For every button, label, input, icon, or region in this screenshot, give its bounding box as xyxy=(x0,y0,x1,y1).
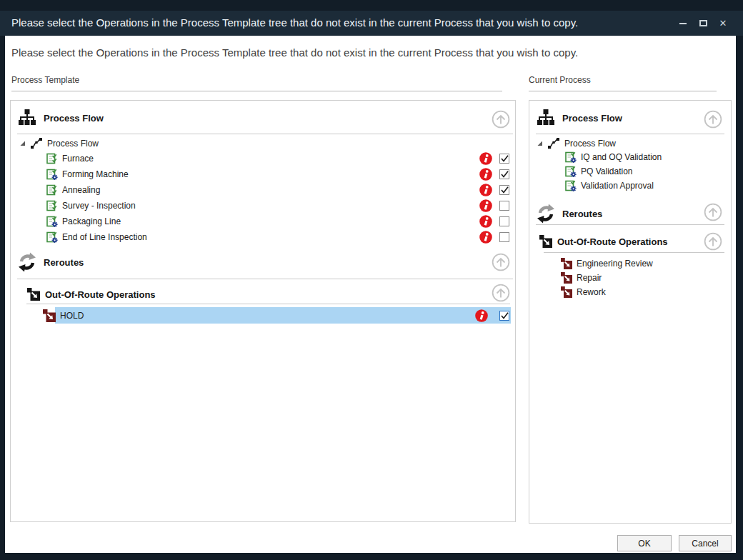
checkbox[interactable] xyxy=(499,216,509,226)
expander-triangle-icon[interactable] xyxy=(537,141,543,146)
tree-root-label: Process Flow xyxy=(560,139,616,149)
minimize-icon xyxy=(679,23,687,24)
section-divider xyxy=(26,304,510,304)
section-divider xyxy=(17,279,513,279)
out-of-route-icon xyxy=(27,288,40,301)
process-flow-section-header: Process Flow xyxy=(529,106,731,130)
out-of-route-icon xyxy=(539,235,552,248)
checkbox[interactable] xyxy=(499,154,509,164)
tree-item-label: HOLD xyxy=(56,311,84,321)
circle-up-arrow-icon[interactable] xyxy=(704,110,722,129)
checkbox[interactable] xyxy=(499,185,509,195)
info-icon[interactable] xyxy=(479,152,492,165)
process-template-label: Process Template xyxy=(11,75,79,85)
process-template-underline xyxy=(11,91,502,91)
process-template-panel: Process Flow Process Flow Furnace Formin… xyxy=(10,100,516,522)
operation-gear-icon xyxy=(565,151,577,163)
tree-root-label: Process Flow xyxy=(43,139,99,149)
operation-gear-icon xyxy=(565,180,577,191)
reroutes-icon xyxy=(535,203,557,224)
tree-item-furnace[interactable]: Furnace xyxy=(11,151,514,166)
tree-root-process-flow[interactable]: Process Flow xyxy=(529,136,729,151)
operation-gear-icon xyxy=(565,166,577,177)
tree-item-hold[interactable]: HOLD xyxy=(11,307,514,324)
maximize-button[interactable] xyxy=(693,13,713,34)
tree-item-engineering-review[interactable]: Engineering Review xyxy=(529,256,729,271)
ok-button[interactable]: OK xyxy=(617,535,672,551)
tree-item-survey-inspection[interactable]: Survey - Inspection xyxy=(11,198,514,214)
out-of-route-icon xyxy=(43,309,56,322)
tree-item-pq-validation[interactable]: PQ Validation xyxy=(529,164,729,179)
expander-triangle-icon[interactable] xyxy=(20,141,26,146)
tree-item-validation-approval[interactable]: Validation Approval xyxy=(529,179,729,193)
window-border-right xyxy=(736,36,743,560)
section-header-label: Process Flow xyxy=(562,113,622,124)
window-border-bottom xyxy=(0,553,743,560)
circle-up-arrow-icon[interactable] xyxy=(492,110,510,129)
info-icon[interactable] xyxy=(479,168,492,181)
window-title: Please select the Operations in the Proc… xyxy=(11,16,578,29)
tree-item-end-of-line-inspection[interactable]: End of Line Inspection xyxy=(11,229,514,245)
info-icon[interactable] xyxy=(479,184,492,196)
section-divider xyxy=(536,134,724,134)
info-icon[interactable] xyxy=(479,199,492,212)
tree-item-label: Packaging Line xyxy=(58,216,121,226)
checkbox[interactable] xyxy=(499,169,509,179)
reroutes-section-header: Reroutes xyxy=(529,202,731,225)
out-of-route-section-header: Out-Of-Route Operations xyxy=(529,232,731,251)
tree-item-label: Furnace xyxy=(58,154,94,164)
reroutes-section-header: Reroutes xyxy=(11,251,515,274)
out-of-route-section-header: Out-Of-Route Operations xyxy=(11,285,515,304)
process-flow-section-header: Process Flow xyxy=(11,106,515,130)
tree-item-label: Rework xyxy=(572,287,606,297)
circle-up-arrow-icon[interactable] xyxy=(492,253,510,271)
tree-item-label: Annealing xyxy=(58,185,100,195)
out-of-route-icon xyxy=(561,258,572,269)
tree-item-packaging-line[interactable]: Packaging Line xyxy=(11,214,514,229)
process-flow-icon xyxy=(536,108,556,128)
tree-root-process-flow[interactable]: Process Flow xyxy=(11,136,514,151)
tree-item-iq-oq-validation[interactable]: IQ and OQ Validation xyxy=(529,150,729,164)
current-process-underline xyxy=(529,91,717,91)
tree-item-label: End of Line Inspection xyxy=(58,232,147,242)
section-header-label: Reroutes xyxy=(44,257,84,268)
section-divider xyxy=(544,252,724,253)
tree-item-label: IQ and OQ Validation xyxy=(577,152,662,162)
section-divider xyxy=(536,224,724,225)
circle-up-arrow-icon[interactable] xyxy=(704,232,722,251)
operation-checklist-icon xyxy=(46,153,58,164)
info-icon[interactable] xyxy=(479,231,492,244)
info-icon[interactable] xyxy=(479,215,492,228)
titlebar[interactable]: Please select the Operations in the Proc… xyxy=(0,0,743,36)
section-header-label: Out-Of-Route Operations xyxy=(557,236,668,247)
dialog-instruction: Please select the Operations in the Proc… xyxy=(11,46,578,59)
section-header-label: Process Flow xyxy=(44,113,104,124)
cancel-button[interactable]: Cancel xyxy=(679,535,732,551)
circle-up-arrow-icon[interactable] xyxy=(704,203,722,221)
tree-item-label: Engineering Review xyxy=(572,259,653,269)
window-controls: ✕ xyxy=(673,11,733,36)
operation-checklist-icon xyxy=(46,184,58,196)
titlebar-top-strip xyxy=(0,0,743,11)
tree-item-rework[interactable]: Rework xyxy=(529,285,729,299)
tree-item-forming-machine[interactable]: Forming Machine xyxy=(11,166,514,182)
reroutes-icon xyxy=(16,251,38,273)
route-icon xyxy=(30,137,43,150)
checkbox[interactable] xyxy=(499,232,509,242)
info-icon[interactable] xyxy=(475,309,488,322)
checkbox[interactable] xyxy=(499,311,509,321)
tree-item-repair[interactable]: Repair xyxy=(529,271,729,285)
current-process-label: Current Process xyxy=(529,75,591,85)
out-of-route-icon xyxy=(561,272,572,284)
operation-gear-icon xyxy=(46,216,58,227)
maximize-icon xyxy=(699,20,707,26)
tree-item-annealing[interactable]: Annealing xyxy=(11,182,514,198)
circle-up-arrow-icon[interactable] xyxy=(492,284,510,302)
checkbox[interactable] xyxy=(499,201,509,211)
close-button[interactable]: ✕ xyxy=(713,13,733,34)
tree-item-label: Validation Approval xyxy=(577,181,654,191)
section-divider xyxy=(17,134,513,134)
process-flow-icon xyxy=(17,108,37,128)
minimize-button[interactable] xyxy=(673,13,693,34)
operation-gear-icon xyxy=(46,231,58,243)
